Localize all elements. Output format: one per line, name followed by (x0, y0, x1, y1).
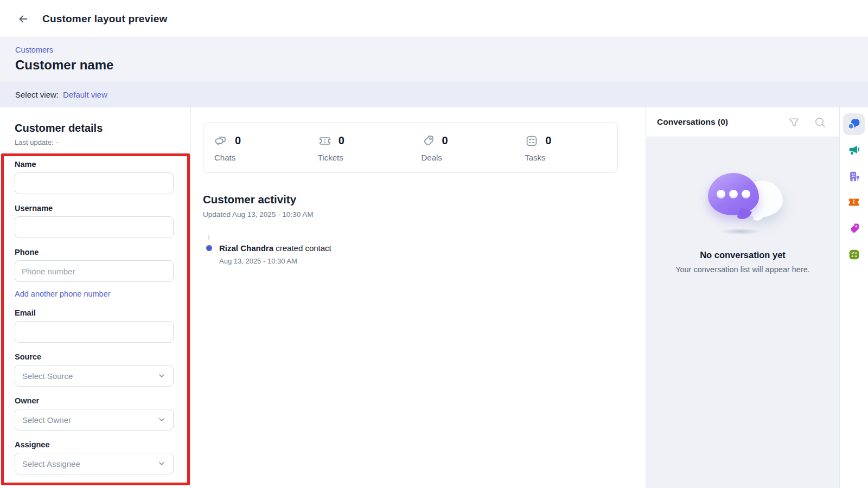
field-name: Name (15, 160, 190, 194)
empty-state-subtitle: Your conversation list will appear here. (675, 265, 810, 274)
ticket-icon (847, 195, 861, 209)
owner-select-placeholder: Select Owner (22, 415, 71, 425)
chevron-down-icon (157, 415, 166, 424)
empty-state-title: No conversation yet (700, 250, 786, 260)
deals-count: 0 (442, 134, 448, 147)
funnel-icon (788, 116, 800, 129)
customer-details-form: Name Username Phone Add another phone nu… (15, 160, 190, 474)
deal-tag-icon (847, 222, 861, 235)
arrow-left-icon (17, 13, 29, 25)
add-phone-link[interactable]: Add another phone number (15, 290, 111, 298)
filter-button[interactable] (787, 115, 800, 129)
building-icon (847, 170, 861, 183)
page-title: Customer layout preview (42, 13, 168, 25)
stat-deals: 0 Deals (411, 134, 514, 162)
search-icon (814, 116, 826, 129)
customer-activity-section: Customer activity Updated Aug 13, 2025 -… (203, 193, 646, 265)
stats-card: 0 Chats 0 Tickets (203, 123, 618, 173)
chevron-down-icon (157, 459, 166, 468)
chat-icon (847, 117, 861, 131)
price-tag-icon (422, 134, 436, 148)
assignee-label: Assignee (15, 440, 190, 449)
typing-dot (742, 190, 750, 198)
rail-item-broadcast[interactable] (843, 139, 865, 161)
field-assignee: Assignee Select Assignee (15, 440, 190, 474)
breadcrumb-customers-link[interactable]: Customers (15, 46, 53, 54)
phone-label: Phone (15, 248, 190, 256)
source-select[interactable]: Select Source (15, 365, 174, 387)
activity-event: Rizal Chandra created contact Aug 13, 20… (203, 243, 646, 265)
field-email: Email (15, 309, 190, 343)
event-actor: Rizal Chandra (219, 243, 273, 253)
assignee-select[interactable]: Select Assignee (15, 453, 174, 474)
owner-label: Owner (15, 396, 190, 405)
username-label: Username (15, 204, 190, 213)
event-timestamp: Aug 13, 2025 - 10:30 AM (219, 257, 646, 265)
customer-name-heading: Customer name (15, 57, 853, 73)
conversations-header: Conversations (0) (646, 107, 839, 137)
source-label: Source (15, 352, 190, 361)
chevron-down-icon (157, 371, 166, 380)
search-button[interactable] (813, 115, 826, 129)
conversations-panel: Conversations (0) (646, 107, 839, 488)
rail-item-tasks[interactable] (843, 243, 865, 265)
field-username: Username (15, 204, 190, 238)
email-label: Email (15, 309, 190, 317)
rail-item-companies[interactable] (843, 165, 865, 187)
purple-bubble-shape (708, 173, 759, 215)
phone-input[interactable] (15, 260, 174, 282)
chat-bubble-illustration (699, 173, 786, 230)
source-select-placeholder: Select Source (22, 371, 73, 381)
chats-label: Chats (214, 153, 307, 162)
stat-tasks: 0 Tasks (514, 134, 617, 162)
rail-item-conversations[interactable] (843, 113, 865, 135)
main-area: 0 Chats 0 Tickets (191, 107, 646, 488)
name-label: Name (15, 160, 190, 169)
username-input[interactable] (15, 216, 174, 238)
rail-item-deals[interactable] (843, 217, 865, 239)
typing-dot (729, 190, 738, 198)
back-button[interactable] (15, 11, 31, 27)
conversations-title: Conversations (0) (657, 117, 774, 127)
tickets-label: Tickets (318, 153, 411, 162)
tasks-checklist-icon (847, 248, 861, 261)
customer-details-title: Customer details (15, 122, 190, 134)
conversations-empty-state: No conversation yet Your conversation li… (646, 137, 839, 488)
select-view-label: Select view: (15, 90, 59, 99)
ticket-icon (318, 134, 332, 148)
assignee-select-placeholder: Select Assignee (22, 459, 80, 468)
tickets-count: 0 (339, 134, 344, 147)
event-action: created contact (276, 243, 331, 253)
megaphone-icon (847, 143, 861, 157)
field-owner: Owner Select Owner (15, 396, 190, 431)
rail-item-tickets[interactable] (843, 191, 865, 213)
app-header: Customer layout preview (0, 0, 868, 38)
typing-dot (717, 190, 725, 198)
default-view-link[interactable]: Default view (63, 90, 107, 99)
illustration-shadow (720, 228, 761, 235)
stat-tickets: 0 Tickets (307, 134, 411, 162)
timeline-tick (208, 235, 209, 240)
last-update-label: Last update: - (15, 138, 190, 146)
owner-select[interactable]: Select Owner (15, 409, 174, 431)
chat-bubbles-icon (214, 134, 228, 148)
field-source: Source Select Source (15, 352, 190, 387)
stat-chats: 0 Chats (203, 134, 307, 162)
task-list-icon (525, 134, 539, 148)
tasks-label: Tasks (525, 153, 617, 162)
name-input[interactable] (15, 172, 174, 194)
timeline-dot (206, 245, 212, 251)
breadcrumb-section: Customers Customer name (0, 38, 868, 82)
field-phone: Phone Add another phone number (15, 248, 190, 299)
chats-count: 0 (235, 134, 241, 147)
activity-updated-label: Updated Aug 13, 2025 - 10:30 AM (203, 210, 646, 219)
deals-label: Deals (422, 153, 514, 162)
tasks-count: 0 (545, 134, 551, 147)
customer-details-panel: Customer details Last update: - Name Use… (0, 107, 191, 488)
activity-title: Customer activity (203, 193, 646, 206)
right-icon-rail (839, 107, 868, 488)
email-input[interactable] (15, 321, 174, 343)
view-bar: Select view: Default view (0, 82, 868, 107)
